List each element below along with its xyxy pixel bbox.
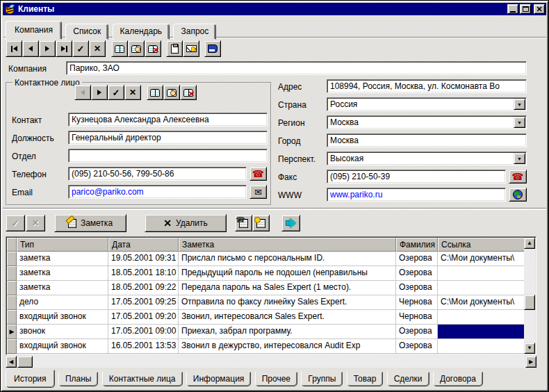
- row-selector[interactable]: [7, 252, 17, 266]
- vscroll-up-button[interactable]: ▲: [524, 238, 535, 249]
- cell-date[interactable]: 18.05.2001 18:10: [108, 266, 179, 281]
- history-cancel-button[interactable]: ✕: [26, 215, 45, 231]
- current-row-selector[interactable]: ▶: [7, 325, 17, 339]
- dial-fax-button[interactable]: ☎: [509, 170, 527, 183]
- tab-other[interactable]: Прочее: [255, 372, 297, 386]
- phone-input[interactable]: [68, 167, 247, 181]
- post-record-button[interactable]: ✓: [72, 40, 89, 57]
- grid-vscrollbar[interactable]: ▲ ▼: [524, 238, 535, 354]
- cell-link-selected[interactable]: [438, 325, 524, 339]
- cell-surname[interactable]: Чернова: [396, 295, 438, 310]
- tab-list[interactable]: Список: [65, 24, 108, 40]
- country-input[interactable]: [327, 97, 527, 111]
- contact-delete-button[interactable]: [180, 85, 197, 100]
- fax-input[interactable]: [327, 170, 506, 183]
- contact-next-button[interactable]: [91, 85, 108, 100]
- col-header-note[interactable]: Заметка: [179, 238, 396, 252]
- cell-date[interactable]: 19.05.2001 09:31: [108, 252, 179, 266]
- table-row[interactable]: заметка 18.05.2001 09:22 Передала пароль…: [7, 281, 524, 295]
- cell-surname[interactable]: Чернова: [396, 310, 438, 325]
- maximize-button[interactable]: [520, 4, 531, 14]
- tab-company[interactable]: Компания: [6, 21, 62, 40]
- notes-button[interactable]: [204, 40, 221, 57]
- row-selector[interactable]: [7, 281, 17, 295]
- cell-type[interactable]: заметка: [17, 252, 108, 266]
- row-selector[interactable]: [7, 266, 17, 281]
- cell-surname[interactable]: Озерова: [396, 281, 438, 295]
- prospect-input[interactable]: [327, 152, 527, 165]
- table-row[interactable]: дело 17.05.2001 09:25 Отправила по факсу…: [7, 295, 524, 310]
- clipboard-button[interactable]: [166, 40, 183, 57]
- table-row[interactable]: входящий звонок 16.05.2001 13:53 Звонил …: [7, 339, 524, 354]
- table-row[interactable]: входящий звонок 17.05.2001 09:20 Звонил,…: [7, 310, 524, 325]
- new-card-button[interactable]: [128, 40, 145, 57]
- cell-surname[interactable]: Озерова: [396, 339, 438, 354]
- cell-note[interactable]: Прислал письмо с персональным ID.: [179, 252, 396, 266]
- history-post-button[interactable]: ✓: [6, 215, 25, 231]
- address-input[interactable]: [327, 79, 527, 93]
- close-button[interactable]: ✕: [534, 4, 545, 14]
- first-record-button[interactable]: [6, 40, 22, 57]
- cell-note[interactable]: Передала пароль на Sales Expert (1 место…: [179, 281, 396, 295]
- delete-card-button[interactable]: [145, 40, 161, 57]
- cell-date[interactable]: 16.05.2001 13:53: [108, 339, 179, 354]
- region-dropdown-button[interactable]: ▼: [514, 117, 525, 128]
- delete-button[interactable]: ✕ Удалить: [145, 214, 227, 232]
- cell-note[interactable]: Приехал, забрал программу.: [179, 325, 396, 339]
- contact-prior-button[interactable]: [74, 85, 91, 100]
- open-website-button[interactable]: [509, 188, 527, 202]
- contact-cancel-button[interactable]: ✕: [124, 85, 141, 100]
- cell-surname[interactable]: Озерова: [396, 325, 438, 339]
- department-input[interactable]: [68, 149, 268, 163]
- prospect-combo[interactable]: ▼: [327, 152, 527, 165]
- table-row-current[interactable]: ▶ звонок 17.05.2001 09:00 Приехал, забра…: [7, 325, 524, 339]
- cell-link[interactable]: [438, 310, 524, 325]
- last-record-button[interactable]: [56, 40, 72, 57]
- cell-link[interactable]: C:\Мои документы\: [438, 252, 524, 266]
- company-input[interactable]: [66, 61, 527, 75]
- tab-information[interactable]: Информация: [186, 372, 251, 386]
- tab-calendar[interactable]: Календарь: [113, 24, 170, 40]
- dial-phone-button[interactable]: ☎: [249, 167, 267, 181]
- tab-plans[interactable]: Планы: [58, 372, 99, 386]
- cell-surname[interactable]: Озерова: [396, 266, 438, 281]
- contact-post-button[interactable]: ✓: [108, 85, 124, 100]
- table-row[interactable]: заметка 19.05.2001 09:31 Прислал письмо …: [7, 252, 524, 266]
- note-button[interactable]: Заметка: [54, 214, 126, 232]
- contact-open-button[interactable]: [147, 85, 163, 100]
- cell-note[interactable]: Звонил, интересовался Sales Expert.: [179, 310, 396, 325]
- table-row[interactable]: заметка 18.05.2001 18:10 Предыдущий паро…: [7, 266, 524, 281]
- prior-record-button[interactable]: [22, 40, 39, 57]
- cell-date[interactable]: 18.05.2001 09:22: [108, 281, 179, 295]
- tab-groups[interactable]: Группы: [301, 372, 343, 386]
- country-combo[interactable]: ▼: [327, 97, 527, 111]
- go-button[interactable]: [281, 215, 300, 231]
- vscroll-thumb[interactable]: [524, 295, 535, 310]
- minimize-button[interactable]: [507, 4, 518, 14]
- cancel-record-button[interactable]: ✕: [89, 40, 106, 57]
- cell-date[interactable]: 17.05.2001 09:20: [108, 310, 179, 325]
- tab-history[interactable]: История: [6, 370, 55, 388]
- www-input[interactable]: [327, 188, 506, 202]
- cell-note[interactable]: Отправила по факсу линейку Sales Expert.: [179, 295, 396, 310]
- cell-note[interactable]: Звонил в дежурство, интересовался Audit …: [179, 339, 396, 354]
- cell-link[interactable]: [438, 266, 524, 281]
- hscroll-track[interactable]: [6, 356, 536, 368]
- cell-note[interactable]: Предыдущий пароль не подошел (неправильн…: [179, 266, 396, 281]
- col-header-link[interactable]: Ссылка: [438, 238, 524, 252]
- cell-type[interactable]: входящий звонок: [17, 339, 108, 354]
- cell-type[interactable]: звонок: [17, 325, 108, 339]
- tab-query[interactable]: Запрос: [173, 24, 216, 40]
- contact-new-button[interactable]: [163, 85, 180, 100]
- email-input[interactable]: [68, 185, 247, 199]
- tab-product[interactable]: Товар: [347, 372, 384, 386]
- tab-contact-persons[interactable]: Контактные лица: [102, 372, 183, 386]
- cell-link[interactable]: [438, 339, 524, 354]
- phone-note-button[interactable]: [235, 215, 252, 231]
- col-header-date[interactable]: Дата: [108, 238, 179, 252]
- hscroll-left-button[interactable]: ◀: [6, 356, 17, 368]
- hscroll-thumb[interactable]: [17, 356, 33, 368]
- prospect-dropdown-button[interactable]: ▼: [514, 153, 525, 164]
- tab-deals[interactable]: Сделки: [387, 372, 429, 386]
- grid-hscrollbar[interactable]: ◀ ▶: [6, 356, 536, 368]
